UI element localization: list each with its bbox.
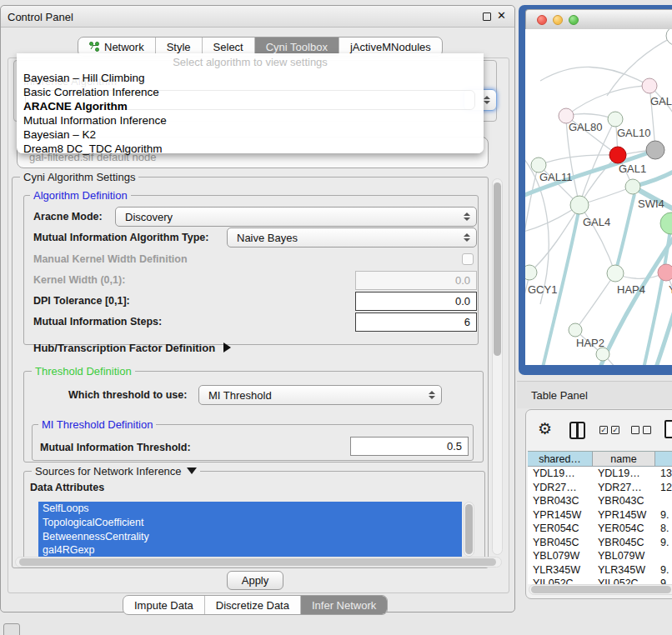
table-row[interactable]: YDL19…YDL19…13 — [528, 467, 672, 481]
network-graph: GALGAL80GAL10GAL1GAL11SWI4GAL4GCY1HAP4YH… — [525, 29, 672, 365]
column-header[interactable]: name — [593, 452, 655, 467]
sources-title[interactable]: Sources for Network Inference — [32, 465, 200, 478]
tab-discretize-data[interactable]: Discretize Data — [204, 596, 300, 614]
hub-section-toggle[interactable]: Hub/Transcription Factor Definition — [33, 342, 231, 354]
algorithm-option[interactable]: ARACNE Algorithm — [17, 99, 484, 113]
node-table[interactable]: shared…nameA YDL19…YDL19…13YDR27…YDR27…1… — [528, 451, 672, 584]
scrollbar-thumb[interactable] — [19, 558, 496, 566]
tab-impute-data[interactable]: Impute Data — [123, 596, 204, 614]
node-label: GAL1 — [619, 162, 646, 175]
table-horizontal-scrollbar[interactable] — [529, 584, 672, 595]
network-window-titlebar[interactable] — [525, 9, 672, 29]
table-row[interactable]: YBR045CYBR045C9. — [528, 536, 672, 550]
close-traffic-light-icon[interactable] — [537, 15, 547, 25]
table-row[interactable]: YDR27…YDR27…12 — [528, 481, 672, 495]
manual-kernel-checkbox[interactable] — [462, 253, 474, 265]
gear-icon[interactable]: ⚙ — [538, 419, 552, 438]
network-node-hap2[interactable] — [569, 323, 582, 337]
table-cell: 9. — [655, 536, 672, 550]
aracne-mode-combo[interactable]: Discovery — [115, 207, 477, 227]
scrollbar-thumb[interactable] — [531, 586, 671, 593]
algorithm-placeholder: Select algorithm to view settings — [17, 56, 484, 68]
deselect-all-check-icon[interactable] — [643, 426, 651, 434]
cyni-bottom-tabs: Impute DataDiscretize DataInfer Network — [123, 595, 388, 615]
table-cell: YER054C — [593, 522, 655, 536]
network-node-gal10[interactable] — [608, 112, 623, 127]
scrollbar-thumb[interactable] — [494, 182, 501, 356]
algorithm-option[interactable]: Mutual Information Inference — [17, 113, 484, 128]
tab-infer-network[interactable]: Infer Network — [300, 596, 387, 614]
network-canvas[interactable]: GALGAL80GAL10GAL1GAL11SWI4GAL4GCY1HAP4YH… — [525, 29, 672, 365]
mi-steps-input[interactable]: 6 — [355, 312, 477, 332]
algorithm-option[interactable]: Basic Correlation Inference — [17, 85, 484, 99]
dpi-tolerance-input[interactable]: 0.0 — [355, 292, 477, 311]
mi-type-combo[interactable]: Naive Bayes — [227, 228, 477, 248]
settings-vertical-scrollbar[interactable] — [492, 178, 503, 555]
scrollbar-thumb[interactable] — [465, 504, 473, 554]
control-panel-title: Control Panel — [8, 11, 73, 23]
table-row[interactable]: YBR043CYBR043C — [528, 494, 672, 508]
attribute-item[interactable]: gal4RGexp — [38, 543, 462, 558]
network-node-y[interactable] — [658, 264, 672, 281]
algorithm-option[interactable]: Bayesian – Hill Climbing — [17, 71, 484, 85]
table-cell: YBR045C — [528, 536, 593, 550]
data-attributes-label: Data Attributes — [30, 482, 104, 493]
table-panel: ⚙ ✓ ✓ shared…nameA YDL19…YDL19…13YDR27…Y… — [525, 409, 672, 599]
settings-horizontal-scrollbar[interactable] — [15, 557, 502, 568]
deselect-all-check-icon[interactable] — [631, 426, 639, 434]
network-node[interactable] — [596, 348, 609, 361]
table-row[interactable]: YBL079WYBL079W — [528, 549, 672, 563]
attribute-item[interactable]: BetweennessCentrality — [38, 530, 462, 544]
table-row[interactable]: YER054CYER054C8. — [528, 522, 672, 536]
select-all-check-icon[interactable]: ✓ — [611, 426, 619, 434]
table-cell — [655, 494, 672, 508]
network-node-hap4[interactable] — [607, 265, 624, 282]
select-all-check-icon[interactable]: ✓ — [599, 426, 608, 434]
algorithm-list: Bayesian – Hill ClimbingBasic Correlatio… — [17, 71, 484, 156]
float-window-icon[interactable] — [483, 12, 491, 21]
attributes-scrollbar[interactable] — [464, 502, 474, 557]
network-node-gal1[interactable] — [609, 147, 626, 163]
network-node-gal[interactable] — [642, 78, 657, 93]
mi-threshold-input[interactable]: 0.5 — [350, 437, 469, 456]
column-header[interactable]: shared… — [528, 452, 593, 467]
algorithm-option[interactable]: Bayesian – K2 — [17, 128, 484, 142]
zoom-traffic-light-icon[interactable] — [569, 15, 579, 25]
table-cell: YBR043C — [593, 494, 655, 508]
column-header[interactable]: A — [655, 452, 672, 467]
column-layout-icon[interactable] — [569, 422, 585, 439]
table-cell: YBL079W — [593, 549, 655, 563]
which-threshold-combo[interactable]: MI Threshold — [198, 385, 442, 405]
network-node-swi4[interactable] — [625, 179, 640, 194]
node-label: GAL4 — [583, 216, 610, 228]
attribute-item[interactable]: TopologicalCoefficient — [38, 516, 462, 530]
collapsed-panel-icon[interactable] — [3, 623, 20, 635]
table-row[interactable]: YIL052CYIL052C9 — [528, 577, 672, 584]
kernel-width-input[interactable]: 0.0 — [355, 271, 477, 290]
network-node[interactable] — [660, 212, 672, 234]
network-node[interactable] — [646, 141, 664, 159]
table-cell: YBR043C — [528, 494, 593, 508]
algorithm-option[interactable]: Dream8 DC_TDC Algorithm — [17, 142, 484, 156]
document-icon[interactable] — [664, 420, 672, 438]
control-panel-titlebar[interactable]: Control Panel ✕ — [1, 6, 514, 28]
table-cell: YLR345W — [528, 563, 593, 578]
table-row[interactable]: YPR145WYPR145W9. — [528, 508, 672, 522]
minimize-traffic-light-icon[interactable] — [553, 15, 563, 25]
network-node[interactable] — [666, 29, 672, 45]
network-node-gcy1[interactable] — [525, 265, 537, 280]
network-view-window[interactable]: GALGAL80GAL10GAL1GAL11SWI4GAL4GCY1HAP4YH… — [519, 5, 672, 375]
which-threshold-label: Which threshold to use: — [68, 389, 187, 401]
table-cell — [655, 549, 672, 563]
attribute-item[interactable]: SelfLoops — [38, 502, 462, 516]
stepper-icon — [462, 228, 472, 247]
node-label: Y — [669, 283, 672, 296]
network-node-gal4[interactable] — [570, 196, 589, 214]
table-row[interactable]: YLR345WYLR345W9. — [528, 563, 672, 578]
expanded-arrow-icon — [187, 468, 197, 474]
algorithm-dropdown-popup: Inference Algorithm Select algorithm to … — [17, 53, 484, 153]
table-panel-titlebar[interactable]: Table Panel — [517, 381, 672, 408]
table-cell: YDR27… — [528, 481, 593, 495]
apply-button[interactable]: Apply — [227, 571, 283, 590]
close-icon[interactable]: ✕ — [497, 9, 506, 22]
